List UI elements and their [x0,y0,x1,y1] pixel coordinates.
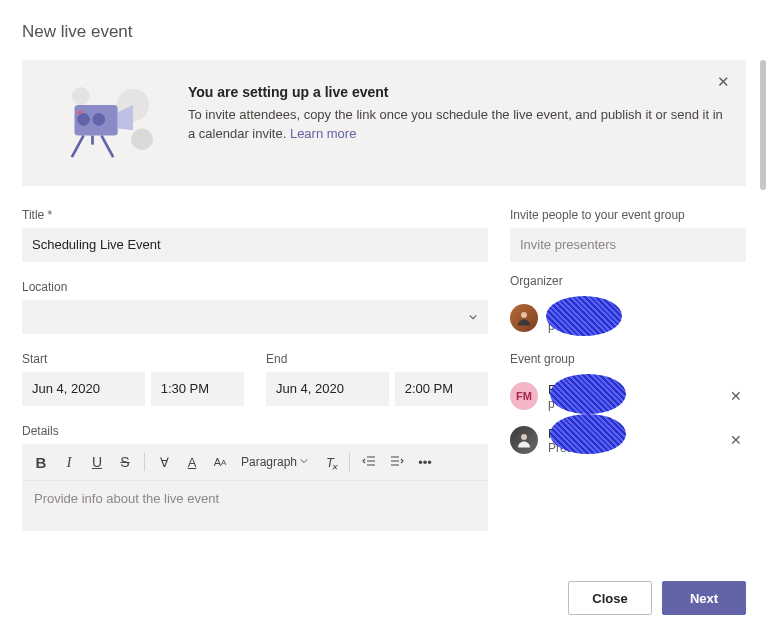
chevron-down-icon [299,455,309,469]
svg-point-6 [93,113,106,126]
location-label: Location [22,280,488,294]
banner-close-button[interactable]: ✕ [713,70,734,93]
svg-point-7 [78,110,82,114]
learn-more-link[interactable]: Learn more [290,126,356,141]
separator [144,453,145,471]
separator [349,453,350,471]
form-left-column: Title * Location Start [22,208,488,549]
form-area: Title * Location Start [22,208,746,549]
end-label: End [266,352,488,366]
highlight-icon: ∀ [160,455,169,470]
invite-presenters-input[interactable] [510,228,746,262]
dialog-title: New live event [22,22,746,42]
title-input[interactable] [22,228,488,262]
event-group-member-row: Faar Presenter ✕ [510,418,746,462]
close-icon: ✕ [730,432,742,448]
details-label: Details [22,424,488,438]
scrollbar-thumb[interactable] [760,60,766,190]
strikethrough-button[interactable]: S [112,448,138,476]
highlight-button[interactable]: ∀ [151,448,177,476]
location-select[interactable] [22,300,488,334]
event-group-label: Event group [510,352,746,366]
end-date-input[interactable] [266,372,389,406]
member-name: Faar [548,426,726,441]
form-right-column: Invite people to your event group Organi… [510,208,746,549]
svg-line-8 [72,136,84,158]
more-options-button[interactable]: ••• [412,448,438,476]
title-label: Title * [22,208,488,222]
avatar [510,304,538,332]
indent-button[interactable] [384,448,410,476]
svg-point-11 [521,312,527,318]
close-icon: ✕ [730,388,742,404]
outdent-icon [362,454,376,471]
organizer-label: Organizer [510,274,746,288]
avatar: FM [510,382,538,410]
outdent-button[interactable] [356,448,382,476]
details-editor: B I U S ∀ A AA [22,444,488,531]
camera-illustration-icon [36,78,176,168]
end-time-input[interactable] [395,372,488,406]
dialog-footer: Close Next [0,571,768,625]
next-button[interactable]: Next [662,581,746,615]
svg-point-2 [72,87,90,105]
member-name: Fahar [548,382,726,397]
svg-line-9 [102,136,114,158]
svg-point-1 [131,128,153,150]
info-banner: You are setting up a live event To invit… [22,60,746,186]
start-time-input[interactable] [151,372,244,406]
remove-member-button[interactable]: ✕ [726,384,746,408]
svg-point-5 [77,113,90,126]
start-label: Start [22,352,244,366]
member-role: p [548,397,726,411]
new-live-event-dialog: New live event You are setting up a live… [0,0,768,635]
rte-toolbar: B I U S ∀ A AA [22,444,488,481]
font-size-button[interactable]: AA [207,448,233,476]
indent-icon [390,454,404,471]
ellipsis-icon: ••• [418,455,432,470]
clear-format-icon: T✕ [326,455,334,470]
bold-button[interactable]: B [28,448,54,476]
avatar-initials: FM [516,390,532,402]
avatar [510,426,538,454]
italic-button[interactable]: I [56,448,82,476]
svg-point-12 [521,434,527,440]
close-icon: ✕ [717,73,730,90]
banner-description: To invite attendees, copy the link once … [188,106,728,144]
start-date-input[interactable] [22,372,145,406]
member-role-select[interactable]: Presenter [548,441,726,455]
paragraph-style-select[interactable]: Paragraph [235,448,315,476]
banner-title: You are setting up a live event [188,84,728,100]
paragraph-label: Paragraph [241,455,297,469]
details-textarea[interactable]: Provide info about the live event [22,481,488,531]
remove-member-button[interactable]: ✕ [726,428,746,452]
font-color-button[interactable]: A [179,448,205,476]
invite-label: Invite people to your event group [510,208,746,222]
chevron-down-icon [604,441,614,455]
organizer-row: A p [510,296,746,340]
event-group-member-row: FM Fahar p ✕ [510,374,746,418]
font-size-icon: A [214,456,221,468]
close-button[interactable]: Close [568,581,652,615]
clear-formatting-button[interactable]: T✕ [317,448,343,476]
banner-desc-text: To invite attendees, copy the link once … [188,107,723,141]
chevron-down-icon [468,310,478,325]
organizer-name: A [548,304,746,319]
font-color-icon: A [188,455,197,470]
underline-button[interactable]: U [84,448,110,476]
organizer-role: p [548,319,746,333]
